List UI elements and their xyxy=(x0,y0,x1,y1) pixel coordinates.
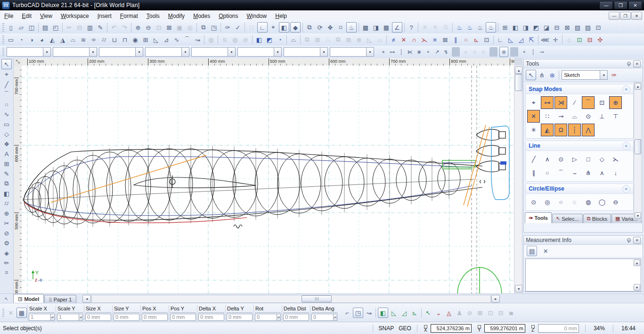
boolean-intersect-icon[interactable]: ◔ xyxy=(275,35,285,44)
pick-point-icon[interactable]: ⌄ xyxy=(434,308,443,317)
drag-mode-icon[interactable]: ▩ xyxy=(361,23,370,32)
format-painter-icon[interactable]: ✎ xyxy=(96,23,105,32)
wedge-icon[interactable]: ⌓ xyxy=(68,35,78,44)
view-ne-icon[interactable]: ▧ xyxy=(573,23,582,32)
snap-strip-vertex-icon[interactable]: ⌖ xyxy=(379,47,387,57)
snap-vertex-icon[interactable]: ⋊ xyxy=(554,96,568,109)
toolbar-grip[interactable] xyxy=(2,23,4,32)
snap-intersection-icon[interactable]: ✕ xyxy=(527,110,540,123)
spinner-icon[interactable]: ▴▾ xyxy=(51,314,55,321)
palette-scroll-thumb[interactable] xyxy=(635,139,641,154)
view-se-icon[interactable]: ⊡ xyxy=(594,23,603,32)
chevron-down-icon[interactable]: ▾ xyxy=(320,48,327,56)
menu-item[interactable]: Window xyxy=(243,11,271,21)
menu-item[interactable]: Help xyxy=(271,11,291,21)
property-dropdown[interactable]: ▾ xyxy=(53,47,97,57)
ortho-mode-icon[interactable]: ∟ xyxy=(257,22,268,33)
measure-delete-icon[interactable]: ✕ xyxy=(541,246,550,256)
inspector-field-value[interactable]: 0 mm xyxy=(227,314,253,321)
snap-strip-quadrant-icon[interactable]: ⋉ xyxy=(406,47,414,57)
cone-icon[interactable]: ◭ xyxy=(48,35,57,44)
split-icon[interactable]: ⋘ xyxy=(540,35,550,44)
line-tool-icon[interactable]: ╱ xyxy=(527,153,540,166)
hatch-icon[interactable]: ≡ xyxy=(430,35,440,44)
snap-modes-header[interactable]: Snap Modes « xyxy=(526,84,633,94)
paste-modify-icon[interactable]: ⊠ xyxy=(440,35,450,44)
property-dropdown[interactable]: ▾ xyxy=(145,47,189,57)
fillet-icon[interactable]: ∟ xyxy=(496,35,505,44)
perpendicular-line-tool-icon[interactable]: ⋋ xyxy=(609,153,622,166)
measurement-info-titlebar[interactable]: Measurement Info ✕ xyxy=(524,236,643,245)
scroll-up-icon[interactable]: ▲ xyxy=(634,259,640,266)
snap-angle-icon[interactable]: ⋀ xyxy=(581,124,595,136)
snap-arc-center-icon[interactable]: ⌒ xyxy=(581,96,595,109)
coordinate-field[interactable]: 524,376236 m xyxy=(431,324,472,333)
circle-diameter-icon[interactable]: ○ xyxy=(554,196,568,209)
scroll-down-icon[interactable]: ▼ xyxy=(635,212,641,219)
print-area-icon[interactable]: ⊟ xyxy=(585,35,595,44)
grid-tool-icon[interactable]: ⌗ xyxy=(2,268,11,277)
polygon-center-tool-icon[interactable]: ○ xyxy=(540,167,554,179)
drawing-canvas[interactable]: Y z -x xyxy=(22,66,514,293)
chevron-down-icon[interactable]: ▾ xyxy=(600,71,607,79)
print-icon[interactable]: ▤ xyxy=(41,23,50,32)
add-3d-icon[interactable]: ⧅ xyxy=(220,35,229,44)
surface-tool-icon[interactable]: ◧ xyxy=(2,189,11,198)
close-icon[interactable]: ✕ xyxy=(633,60,641,67)
line-draw-icon[interactable]: ╱ xyxy=(2,80,11,89)
property-dropdown[interactable]: ▾ xyxy=(237,47,282,57)
snap-strip-grid-icon[interactable]: ↗ xyxy=(433,47,441,57)
dimension-tool-icon[interactable]: ⊞ xyxy=(2,159,11,168)
property-dropdown[interactable]: ▾ xyxy=(99,47,143,57)
copy-shell-icon[interactable]: ⌓ xyxy=(375,35,384,44)
select-tool-icon[interactable]: ↖ xyxy=(1,59,12,69)
workspace-style-icon[interactable]: ◳ xyxy=(209,23,219,32)
world-globe-icon[interactable]: ⊛ xyxy=(547,70,557,80)
pattern-icon[interactable]: ❖ xyxy=(2,139,11,149)
menu-item[interactable]: Tools xyxy=(142,11,164,21)
copy-format-icon[interactable]: ⊡ xyxy=(575,35,584,44)
collapse-chevron-icon[interactable]: « xyxy=(622,185,630,193)
snap-ortho-icon[interactable]: ┆ xyxy=(568,124,581,136)
zoom-page-icon[interactable]: ▣ xyxy=(175,23,184,32)
minimize-button[interactable]: — xyxy=(599,1,613,9)
property-dropdown[interactable]: ▾ xyxy=(7,47,51,57)
select-mode-icon[interactable]: ↖ xyxy=(526,70,536,80)
caliper-icon[interactable]: ⊿ xyxy=(162,35,171,44)
polyline-tool-icon[interactable]: ∧ xyxy=(540,153,554,166)
box-3d-icon[interactable]: ▭ xyxy=(6,35,16,44)
render-mode-icon[interactable]: ◆ xyxy=(290,22,301,33)
circle-center-radius-icon[interactable]: ⊙ xyxy=(527,196,540,209)
point-snap-3-icon[interactable]: ⊸ xyxy=(538,47,546,57)
snap-vertical-icon[interactable]: ⊥ xyxy=(595,110,609,123)
intersect-3d-icon[interactable]: ⊘ xyxy=(241,35,250,44)
ellipse-icon[interactable]: ⊖ xyxy=(609,196,622,209)
inspector-field-value[interactable]: 0 mm xyxy=(170,314,196,321)
snap-strip-midpoint-icon[interactable]: ⊶ xyxy=(388,47,396,57)
style-brush-icon[interactable]: ✑ xyxy=(609,70,619,80)
snap-tangent-icon[interactable]: ⊙ xyxy=(581,110,595,123)
render-scene-icon[interactable]: ♨ xyxy=(346,22,357,33)
ungroup-icon[interactable]: ⌗ xyxy=(431,23,440,32)
trim-tool-icon[interactable]: ✂ xyxy=(2,218,11,228)
copy-icon[interactable]: ⊟ xyxy=(75,23,84,32)
select-by-icon[interactable]: ⌼ xyxy=(441,23,450,32)
property-dropdown[interactable]: ▾ xyxy=(284,47,328,57)
align-icon[interactable]: ✛ xyxy=(551,35,560,44)
inspector-field-value[interactable]: 0 xyxy=(311,314,334,321)
tools-palette-titlebar[interactable]: Tools ✕ xyxy=(524,59,643,68)
pin-icon[interactable] xyxy=(626,61,631,67)
erase-tool-icon[interactable]: ⊘ xyxy=(2,228,11,238)
arc-draw-icon[interactable]: ⌒ xyxy=(2,90,11,99)
zoom-level[interactable]: 34% xyxy=(589,325,610,332)
line-header[interactable]: Line « xyxy=(526,141,633,151)
arc-30-icon[interactable]: ⌒ xyxy=(182,35,192,44)
maximize-button[interactable]: ❐ xyxy=(614,1,628,9)
zoom-in-icon[interactable]: ⊕ xyxy=(133,23,143,32)
collapse-chevron-icon[interactable]: « xyxy=(622,85,630,93)
inspector-field-value[interactable]: 0 mm xyxy=(114,314,139,321)
point-snap-1-icon[interactable]: ⚬ xyxy=(520,47,528,57)
sphere-icon[interactable]: ◔ xyxy=(16,35,26,44)
polygon-tool-icon[interactable]: ⊙ xyxy=(554,153,568,166)
pen-icon[interactable]: ✑ xyxy=(223,23,232,32)
